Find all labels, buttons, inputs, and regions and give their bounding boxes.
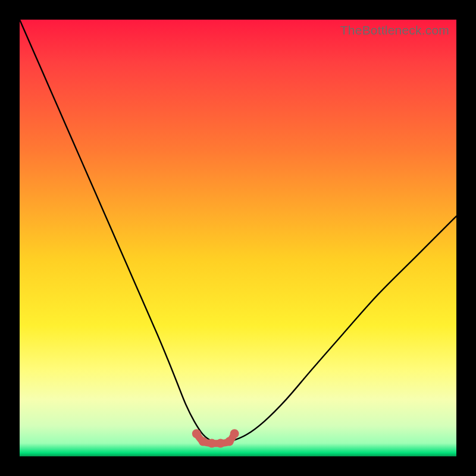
plot-area: TheBottleneck.com (20, 20, 456, 456)
trough-marker-dot (207, 439, 216, 447)
trough-marker-dot (230, 429, 239, 438)
trough-marker-dot (225, 437, 234, 446)
bottleneck-chart (20, 20, 456, 456)
chart-frame: TheBottleneck.com (0, 0, 476, 476)
bottleneck-curve (20, 20, 456, 443)
trough-marker-dot (216, 439, 225, 447)
trough-marker-dot (192, 429, 201, 438)
trough-marker-dot (199, 437, 208, 446)
